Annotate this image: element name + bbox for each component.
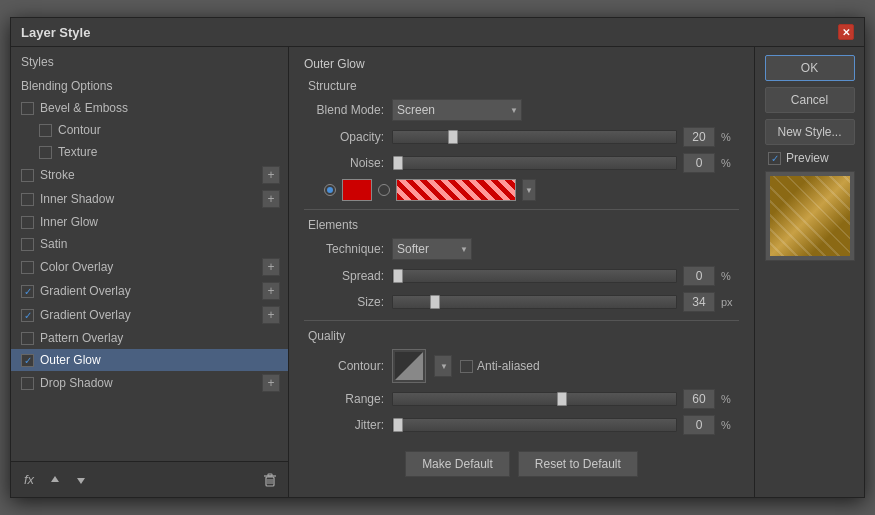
gradient-overlay-2-checkbox[interactable] — [21, 309, 34, 322]
size-value-input[interactable] — [683, 292, 715, 312]
jitter-slider[interactable] — [392, 418, 677, 432]
contour-row: Contour: Anti- — [304, 349, 739, 383]
gradient-overlay-1-plus-icon[interactable]: + — [262, 282, 280, 300]
sidebar-item-gradient-overlay-2[interactable]: Gradient Overlay + — [11, 303, 288, 327]
sidebar-item-contour[interactable]: Contour — [11, 119, 288, 141]
spread-slider[interactable] — [392, 269, 677, 283]
range-row: Range: % — [304, 389, 739, 409]
inner-shadow-plus-icon[interactable]: + — [262, 190, 280, 208]
gradient-overlay-2-plus-icon[interactable]: + — [262, 306, 280, 324]
sidebar-item-inner-glow[interactable]: Inner Glow — [11, 211, 288, 233]
outer-glow-checkbox[interactable] — [21, 354, 34, 367]
contour-checkbox[interactable] — [39, 124, 52, 137]
gradient-overlay-1-checkbox[interactable] — [21, 285, 34, 298]
sidebar-item-drop-shadow[interactable]: Drop Shadow + — [11, 371, 288, 395]
move-up-icon[interactable] — [45, 470, 65, 490]
inner-shadow-checkbox[interactable] — [21, 193, 34, 206]
dialog-body: Styles Blending Options Bevel & Emboss C… — [11, 47, 864, 497]
contour-label: Contour — [58, 123, 101, 137]
sidebar-item-satin[interactable]: Satin — [11, 233, 288, 255]
left-panel-footer: fx — [11, 461, 288, 497]
solid-color-radio[interactable] — [324, 184, 336, 196]
blending-options-label: Blending Options — [21, 79, 112, 93]
stroke-plus-icon[interactable]: + — [262, 166, 280, 184]
outer-glow-title: Outer Glow — [304, 57, 739, 71]
bottom-buttons: Make Default Reset to Default — [304, 451, 739, 477]
close-button[interactable]: ✕ — [838, 24, 854, 40]
sidebar-item-pattern-overlay[interactable]: Pattern Overlay — [11, 327, 288, 349]
sidebar-item-bevel-emboss[interactable]: Bevel & Emboss — [11, 97, 288, 119]
gradient-overlay-2-label: Gradient Overlay — [40, 308, 131, 322]
inner-glow-checkbox[interactable] — [21, 216, 34, 229]
delete-icon[interactable] — [260, 470, 280, 490]
spread-value-input[interactable] — [683, 266, 715, 286]
color-overlay-plus-icon[interactable]: + — [262, 258, 280, 276]
anti-alias-label: Anti-aliased — [477, 359, 540, 373]
jitter-value-input[interactable] — [683, 415, 715, 435]
color-swatch[interactable] — [342, 179, 372, 201]
new-style-button[interactable]: New Style... — [765, 119, 855, 145]
preview-checkbox[interactable]: ✓ — [768, 152, 781, 165]
blend-mode-row: Blend Mode: Screen Normal Multiply Overl… — [304, 99, 739, 121]
layer-style-dialog: Layer Style ✕ Styles Blending Options Be… — [10, 17, 865, 498]
bevel-emboss-checkbox[interactable] — [21, 102, 34, 115]
gradient-preview[interactable] — [396, 179, 516, 201]
fx-icon[interactable]: fx — [19, 470, 39, 490]
pattern-overlay-checkbox[interactable] — [21, 332, 34, 345]
contour-select[interactable] — [434, 355, 452, 377]
noise-value-input[interactable] — [683, 153, 715, 173]
ok-button[interactable]: OK — [765, 55, 855, 81]
sidebar-item-outer-glow[interactable]: Outer Glow — [11, 349, 288, 371]
sidebar-item-gradient-overlay-1[interactable]: Gradient Overlay + — [11, 279, 288, 303]
opacity-slider[interactable] — [392, 130, 677, 144]
sidebar-item-texture[interactable]: Texture — [11, 141, 288, 163]
separator-1 — [304, 209, 739, 210]
range-unit: % — [721, 393, 739, 405]
drop-shadow-checkbox[interactable] — [21, 377, 34, 390]
sidebar-item-blending-options[interactable]: Blending Options — [11, 75, 288, 97]
opacity-unit: % — [721, 131, 739, 143]
color-overlay-label: Color Overlay — [40, 260, 113, 274]
make-default-button[interactable]: Make Default — [405, 451, 510, 477]
range-value-input[interactable] — [683, 389, 715, 409]
preview-row: ✓ Preview — [768, 151, 829, 165]
drop-shadow-plus-icon[interactable]: + — [262, 374, 280, 392]
jitter-row: Jitter: % — [304, 415, 739, 435]
drop-shadow-label: Drop Shadow — [40, 376, 113, 390]
blend-mode-select[interactable]: Screen Normal Multiply Overlay — [392, 99, 522, 121]
contour-thumbnail[interactable] — [392, 349, 426, 383]
spread-row: Spread: % — [304, 266, 739, 286]
texture-checkbox[interactable] — [39, 146, 52, 159]
blend-mode-select-wrapper: Screen Normal Multiply Overlay — [392, 99, 522, 121]
blend-mode-label: Blend Mode: — [304, 103, 384, 117]
technique-select[interactable]: Softer Precise — [392, 238, 472, 260]
contour-curve-svg — [395, 352, 423, 380]
range-slider[interactable] — [392, 392, 677, 406]
color-overlay-checkbox[interactable] — [21, 261, 34, 274]
inner-shadow-label: Inner Shadow — [40, 192, 114, 206]
opacity-label: Opacity: — [304, 130, 384, 144]
texture-label: Texture — [58, 145, 97, 159]
move-down-icon[interactable] — [71, 470, 91, 490]
size-slider[interactable] — [392, 295, 677, 309]
right-panel: OK Cancel New Style... ✓ Preview — [754, 47, 864, 497]
sidebar-item-color-overlay[interactable]: Color Overlay + — [11, 255, 288, 279]
satin-checkbox[interactable] — [21, 238, 34, 251]
cancel-button[interactable]: Cancel — [765, 87, 855, 113]
contour-controls: Anti-aliased — [392, 349, 540, 383]
anti-alias-checkbox[interactable] — [460, 360, 473, 373]
preview-canvas — [770, 176, 850, 256]
opacity-value-input[interactable] — [683, 127, 715, 147]
sidebar-item-inner-shadow[interactable]: Inner Shadow + — [11, 187, 288, 211]
gradient-arrow-icon[interactable]: ▼ — [522, 179, 536, 201]
dialog-title: Layer Style — [21, 25, 90, 40]
svg-marker-0 — [51, 476, 59, 482]
opacity-row: Opacity: % — [304, 127, 739, 147]
opacity-slider-container: % — [392, 127, 739, 147]
stroke-checkbox[interactable] — [21, 169, 34, 182]
sidebar-item-stroke[interactable]: Stroke + — [11, 163, 288, 187]
gradient-radio[interactable] — [378, 184, 390, 196]
title-bar: Layer Style ✕ — [11, 18, 864, 47]
reset-default-button[interactable]: Reset to Default — [518, 451, 638, 477]
noise-slider[interactable] — [392, 156, 677, 170]
